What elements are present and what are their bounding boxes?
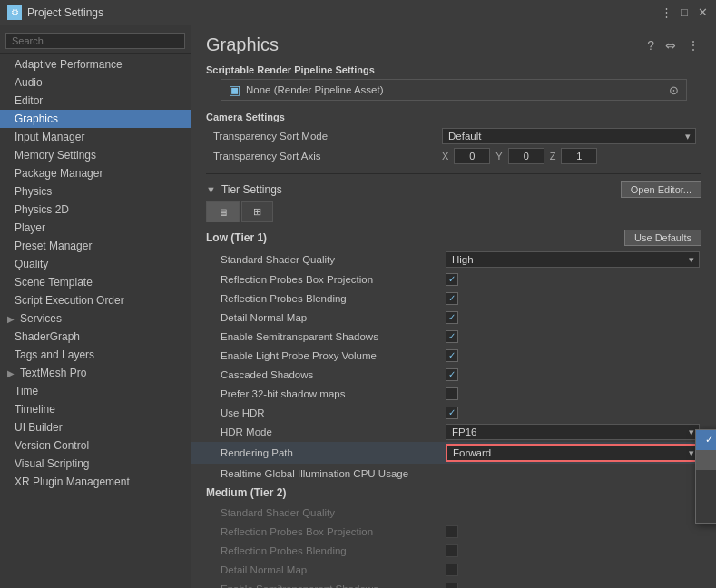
sidebar-item-memory-settings[interactable]: Memory Settings: [0, 146, 191, 164]
hdr-mode-select[interactable]: FP16 R11G11B10: [446, 424, 700, 440]
transparency-sort-mode-select[interactable]: Default Perspective Orthographic Custom …: [442, 128, 696, 144]
dropdown-legacy-vertex[interactable]: Legacy Vertex Lit: [696, 470, 716, 490]
sidebar-item-audio[interactable]: Audio: [0, 74, 191, 92]
medium-detail-normal-checkbox[interactable]: [446, 564, 458, 576]
help-btn[interactable]: ?: [645, 36, 656, 54]
tier-tab-other[interactable]: ⊞: [241, 201, 273, 222]
tier-triangle-icon: ▼: [206, 184, 216, 195]
tier-settings-header: ▼ Tier Settings Open Editor...: [191, 178, 716, 201]
transparency-sort-mode-wrapper: Default Perspective Orthographic Custom …: [442, 128, 696, 144]
close-btn[interactable]: ✕: [696, 6, 709, 19]
sidebar-item-label: Time: [15, 385, 38, 397]
camera-settings-title: Camera Settings: [206, 112, 701, 122]
sidebar-item-package-manager[interactable]: Package Manager: [0, 164, 191, 182]
settings-btn[interactable]: ⇔: [663, 36, 678, 54]
x-axis-label: X: [442, 151, 448, 162]
standard-shader-quality-select[interactable]: Low Medium High: [446, 251, 700, 268]
sidebar-item-physics[interactable]: Physics: [0, 182, 191, 201]
tier-tabs: 🖥 ⊞: [191, 201, 716, 222]
scriptable-render-section: Scriptable Render Pipeline Settings ▣ No…: [191, 61, 716, 108]
medium-reflection-blending-value: [446, 544, 716, 557]
sidebar-item-quality[interactable]: Quality: [0, 255, 191, 273]
sidebar-item-timeline[interactable]: Timeline: [0, 400, 191, 418]
reflection-box-projection-checkbox[interactable]: [446, 273, 458, 286]
sidebar-item-script-execution-order[interactable]: Script Execution Order: [0, 291, 191, 309]
sidebar-item-preset-manager[interactable]: Preset Manager: [0, 237, 191, 255]
sidebar-item-adaptive-performance[interactable]: Adaptive Performance: [0, 55, 191, 74]
use-hdr-checkbox[interactable]: [446, 407, 458, 419]
title-bar: ⚙ Project Settings ⋮ □ ✕: [0, 0, 716, 25]
hdr-mode-row: HDR Mode FP16 R11G11B10: [191, 422, 716, 442]
tier-settings-title: Tier Settings: [221, 183, 282, 196]
sidebar-item-visual-scripting[interactable]: Visual Scripting: [0, 455, 191, 473]
medium-reflection-blending-row: Reflection Probes Blending: [191, 541, 716, 560]
low-tier-content: Low (Tier 1) Use Defaults Standard Shade…: [191, 226, 716, 483]
medium-reflection-blending-checkbox[interactable]: [446, 544, 458, 557]
sidebar-item-label: Memory Settings: [15, 149, 96, 162]
use-defaults-btn[interactable]: Use Defaults: [624, 230, 701, 246]
sidebar-item-label: Adaptive Performance: [15, 58, 123, 71]
menu-btn[interactable]: ⋮: [660, 6, 672, 19]
medium-semitrans-checkbox[interactable]: [446, 583, 458, 589]
sidebar-item-shadergraph[interactable]: ShaderGraph: [0, 328, 191, 346]
sidebar-item-textmesh-pro[interactable]: ▶TextMesh Pro: [0, 364, 191, 382]
sidebar-item-time[interactable]: Time: [0, 382, 191, 400]
app-icon: ⚙: [7, 5, 22, 20]
sidebar-item-label: Package Manager: [15, 167, 103, 180]
sidebar-item-editor[interactable]: Editor: [0, 92, 191, 110]
search-input[interactable]: [5, 33, 185, 49]
transparency-sort-mode-label: Transparency Sort Mode: [206, 131, 442, 142]
open-editor-btn[interactable]: Open Editor...: [621, 181, 701, 198]
sidebar-item-player[interactable]: Player: [0, 219, 191, 237]
sidebar-item-label: Script Execution Order: [15, 294, 124, 307]
pipeline-settings-btn[interactable]: ⊙: [669, 83, 679, 97]
dropdown-legacy-deferred[interactable]: Legacy Deferred (light prepass): [696, 490, 716, 523]
y-axis-label: Y: [495, 151, 502, 162]
dropdown-deferred[interactable]: Deferred: [696, 450, 716, 470]
semitransparent-shadows-label: Enable Semitransparent Shadows: [191, 331, 446, 342]
x-axis-input[interactable]: [454, 148, 490, 164]
medium-reflection-box-checkbox[interactable]: [446, 525, 458, 538]
prefer-32bit-checkbox[interactable]: [446, 387, 458, 400]
title-bar-controls: ⋮ □ ✕: [660, 6, 709, 19]
cascaded-shadows-row: Cascaded Shadows: [191, 365, 716, 384]
light-probe-proxy-checkbox[interactable]: [446, 349, 458, 362]
sidebar-item-xr-plugin-management[interactable]: XR Plugin Management: [0, 473, 191, 491]
cascaded-shadows-checkbox[interactable]: [446, 368, 458, 381]
medium-reflection-box-row: Reflection Probes Box Projection: [191, 522, 716, 541]
low-tier-name: Low (Tier 1): [206, 231, 267, 244]
rendering-path-select[interactable]: Forward Deferred Legacy Vertex Lit Legac…: [446, 444, 700, 462]
tier-tab-desktop[interactable]: 🖥: [206, 201, 240, 222]
sidebar-item-label: Services: [20, 312, 62, 325]
sidebar-item-scene-template[interactable]: Scene Template: [0, 273, 191, 291]
medium-standard-shader-label: Standard Shader Quality: [191, 507, 446, 518]
medium-semitrans-value: [446, 583, 716, 589]
sidebar-item-label: Timeline: [15, 403, 55, 416]
maximize-btn[interactable]: □: [678, 6, 691, 19]
content-area: Graphics ? ⇔ ⋮ Scriptable Render Pipelin…: [191, 25, 716, 588]
detail-normal-map-checkbox[interactable]: [446, 311, 458, 324]
pipeline-asset-row: ▣ None (Render Pipeline Asset) ⊙: [221, 79, 687, 101]
sidebar-arrow-icon: ▶: [7, 368, 16, 378]
dropdown-forward[interactable]: Forward: [696, 430, 716, 450]
sidebar-item-services[interactable]: ▶Services: [0, 309, 191, 328]
sidebar-item-version-control[interactable]: Version Control: [0, 436, 191, 455]
use-hdr-value: [446, 407, 716, 419]
sidebar-item-physics-2d[interactable]: Physics 2D: [0, 201, 191, 219]
sidebar-item-tags-and-layers[interactable]: Tags and Layers: [0, 346, 191, 364]
z-axis-input[interactable]: [561, 148, 597, 164]
sidebar-item-ui-builder[interactable]: UI Builder: [0, 418, 191, 436]
y-axis-input[interactable]: [508, 148, 544, 164]
medium-tier-content: Medium (Tier 2) Standard Shader Quality …: [191, 483, 716, 588]
sidebar-item-graphics[interactable]: Graphics: [0, 110, 191, 128]
more-btn[interactable]: ⋮: [685, 36, 701, 54]
sidebar-item-input-manager[interactable]: Input Manager: [0, 128, 191, 146]
sidebar-item-label: Visual Scripting: [15, 457, 90, 470]
semitransparent-shadows-checkbox[interactable]: [446, 330, 458, 343]
sidebar-item-label: Version Control: [15, 439, 89, 452]
prefer-32bit-row: Prefer 32-bit shadow maps: [191, 384, 716, 403]
light-probe-proxy-value: [446, 349, 716, 362]
reflection-blending-checkbox[interactable]: [446, 292, 458, 305]
sidebar-item-label: Scene Template: [15, 276, 93, 289]
axis-inputs: X Y Z: [442, 148, 597, 164]
